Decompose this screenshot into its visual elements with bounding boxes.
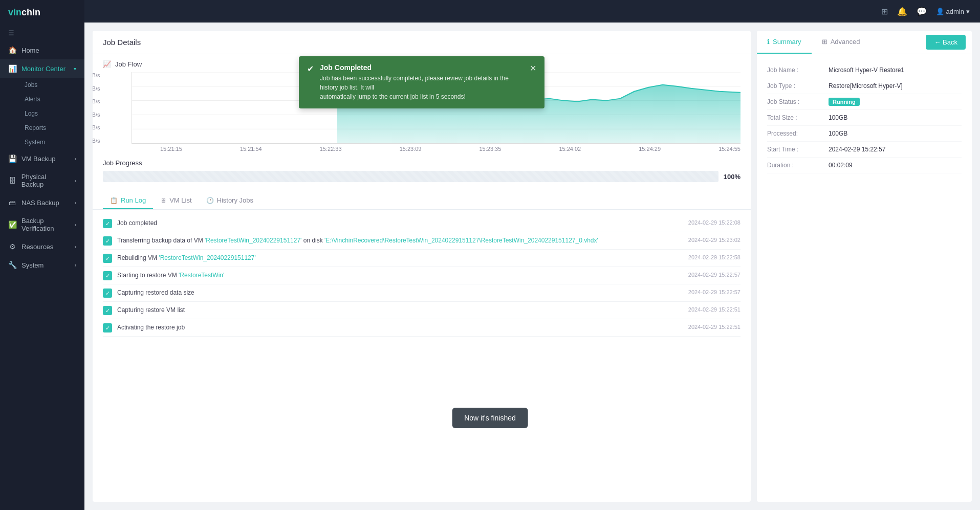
summary-key: Job Name : [767, 66, 829, 74]
progress-bar-wrap: 100% [103, 171, 741, 182]
summary-content: Job Name : Microsoft Hyper-V Restore1 Jo… [757, 54, 972, 502]
sidebar-item-home[interactable]: 🏠 Home [0, 41, 84, 59]
tab-summary[interactable]: ℹ Summary [757, 31, 812, 54]
table-row: ✓ Job completed 2024-02-29 15:22:08 [103, 215, 741, 232]
progress-bar-fill [103, 171, 718, 182]
user-menu[interactable]: 👤 admin ▾ [936, 8, 970, 15]
backup-verify-icon: ✅ [8, 220, 16, 229]
summary-val: 100GB [829, 114, 847, 121]
sidebar-item-logs[interactable]: Logs [16, 106, 84, 121]
progress-percent: 100% [724, 173, 741, 181]
progress-section: Job Progress 100% [93, 154, 751, 187]
notification-body: Job has been successfully completed, ple… [320, 74, 524, 101]
summary-row-job-status: Job Status : Running [767, 94, 962, 110]
sidebar-item-jobs[interactable]: Jobs [16, 78, 84, 92]
log-text: Job completed [117, 218, 683, 228]
log-timestamp: 2024-02-29 15:23:02 [688, 237, 741, 243]
summary-val: 100GB [829, 130, 847, 137]
chevron-down-icon: ▾ [74, 66, 76, 72]
check-circle-icon: ✔ [307, 64, 314, 74]
tab-advanced[interactable]: ⊞ Advanced [812, 31, 870, 54]
summary-key: Duration : [767, 162, 829, 169]
nas-backup-icon: 🗃 [8, 198, 16, 207]
table-row: ✓ Transferring backup data of VM 'Restor… [103, 232, 741, 250]
sidebar-item-monitor-center[interactable]: 📊 Monitor Center ▾ [0, 59, 84, 78]
tab-vm-list[interactable]: 🖥 VM List [153, 192, 199, 209]
advanced-icon: ⊞ [822, 38, 827, 46]
chevron-right-icon3: › [75, 200, 76, 206]
tab-history-jobs[interactable]: 🕐 History Jobs [199, 192, 261, 209]
page-title: Job Details [103, 38, 141, 47]
sidebar-item-alerts[interactable]: Alerts [16, 92, 84, 106]
grid-icon[interactable]: ⊞ [881, 7, 888, 16]
sidebar-item-system-sub[interactable]: System [16, 135, 84, 149]
chat-icon[interactable]: 💬 [917, 7, 927, 16]
sidebar-item-nas-backup[interactable]: 🗃 NAS Backup › [0, 193, 84, 212]
summary-key: Job Status : [767, 98, 829, 105]
sidebar-item-resources[interactable]: ⚙ Resources › [0, 237, 84, 256]
chevron-right-icon4: › [75, 222, 76, 228]
summary-icon: ℹ [767, 38, 770, 46]
content-area: Job Details ✔ Job Completed Job has been… [84, 23, 980, 510]
summary-val: Microsoft Hyper-V Restore1 [829, 66, 904, 74]
log-text: Activating the restore job [117, 323, 683, 332]
table-row: ✓ Starting to restore VM 'RestoreTestWin… [103, 267, 741, 284]
notification-title: Job Completed [320, 63, 524, 72]
back-button[interactable]: ← Back [926, 35, 966, 50]
main-area: ⊞ 🔔 💬 👤 admin ▾ Job Details ✔ Job Comple… [84, 0, 980, 510]
menu-toggle[interactable]: ☰ [0, 25, 84, 41]
check-icon: ✓ [103, 271, 112, 280]
log-text: Capturing restore VM list [117, 305, 683, 315]
table-row: ✓ Rebuilding VM 'RestoreTestWin_20240229… [103, 250, 741, 267]
sidebar-item-vm-backup[interactable]: 💾 VM Backup › [0, 149, 84, 168]
check-icon: ✓ [103, 289, 112, 298]
close-icon[interactable]: ✕ [530, 63, 536, 73]
topbar: ⊞ 🔔 💬 👤 admin ▾ [84, 0, 980, 23]
log-text: Transferring backup data of VM 'RestoreT… [117, 236, 683, 245]
check-icon: ✓ [103, 219, 112, 228]
sidebar-item-system[interactable]: 🔧 System › [0, 256, 84, 274]
progress-label: Job Progress [103, 159, 741, 167]
summary-tabs: ℹ Summary ⊞ Advanced ← Back [757, 31, 972, 54]
job-details-panel: Job Details ✔ Job Completed Job has been… [93, 31, 751, 502]
log-timestamp: 2024-02-29 15:22:58 [688, 254, 741, 260]
tab-run-log[interactable]: 📋 Run Log [103, 192, 153, 209]
table-row: ✓ Capturing restore VM list 2024-02-29 1… [103, 302, 741, 319]
history-jobs-icon: 🕐 [206, 197, 214, 204]
summary-key: Processed: [767, 130, 829, 137]
summary-val: Running [829, 98, 860, 105]
check-icon: ✓ [103, 254, 112, 263]
sidebar-item-reports[interactable]: Reports [16, 121, 84, 135]
check-icon: ✓ [103, 306, 112, 315]
log-section: ✓ Job completed 2024-02-29 15:22:08 ✓ Tr… [93, 210, 751, 502]
table-row: ✓ Capturing restored data size 2024-02-2… [103, 284, 741, 302]
log-timestamp: 2024-02-29 15:22:51 [688, 324, 741, 330]
run-log-icon: 📋 [110, 197, 118, 204]
user-icon: 👤 [936, 8, 944, 15]
home-icon: 🏠 [8, 46, 16, 54]
bell-icon[interactable]: 🔔 [897, 7, 907, 16]
summary-val: 2024-02-29 15:22:57 [829, 146, 885, 153]
job-details-header: Job Details [93, 31, 751, 54]
log-text: Capturing restored data size [117, 288, 683, 297]
check-icon: ✓ [103, 236, 112, 246]
user-dropdown-icon: ▾ [966, 8, 970, 15]
system-icon: 🔧 [8, 261, 16, 269]
sidebar-item-backup-verification[interactable]: ✅ Backup Verification › [0, 212, 84, 237]
physical-backup-icon: 🗄 [8, 176, 16, 185]
sidebar-item-physical-backup[interactable]: 🗄 Physical Backup › [0, 168, 84, 193]
chart-y-labels: 97.7MB/s 78.1MB/s 58.6MB/s 39.1MB/s 19.5… [93, 72, 100, 144]
sidebar: vinchin ☰ 🏠 Home 📊 Monitor Center ▾ Jobs… [0, 0, 84, 510]
summary-val: Restore[Microsoft Hyper-V] [829, 82, 903, 90]
notification-content: Job Completed Job has been successfully … [320, 63, 524, 101]
summary-row-job-type: Job Type : Restore[Microsoft Hyper-V] [767, 78, 962, 94]
vm-backup-icon: 💾 [8, 154, 16, 163]
chevron-right-icon6: › [75, 262, 76, 268]
chevron-right-icon5: › [75, 244, 76, 250]
log-tabs: 📋 Run Log 🖥 VM List 🕐 History Jobs [93, 187, 751, 210]
resources-icon: ⚙ [8, 242, 16, 251]
chart-x-labels: 15:21:15 15:21:54 15:22:33 15:23:09 15:2… [132, 144, 741, 152]
table-row: ✓ Activating the restore job 2024-02-29 … [103, 319, 741, 337]
chevron-right-icon2: › [75, 178, 76, 184]
log-text: Starting to restore VM 'RestoreTestWin' [117, 271, 683, 280]
